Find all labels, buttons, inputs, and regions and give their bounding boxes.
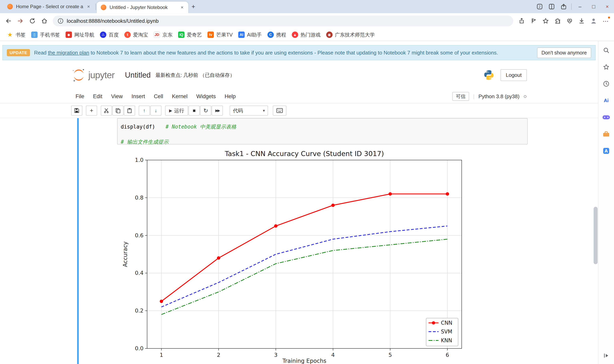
trusted-button[interactable]: 可信 (452, 92, 469, 101)
site-info-icon[interactable] (57, 18, 64, 24)
move-cell-down-button[interactable]: ↓ (150, 105, 162, 116)
code-cell-input[interactable]: display(df)# Notebook 中美观显示表格 # 输出文件生成提示… (117, 118, 528, 144)
profile-avatar[interactable] (588, 15, 600, 27)
tab-jupyter-notebook[interactable]: Untitled - Jupyter Notebook × (97, 2, 188, 13)
jupyter-logo-icon[interactable] (71, 67, 86, 83)
svg-text:1.0: 1.0 (135, 157, 143, 163)
menu-cell[interactable]: Cell (150, 91, 168, 102)
cut-cell-button[interactable] (101, 105, 112, 116)
menu-widgets[interactable]: Widgets (192, 91, 220, 102)
sidebar-translate-icon[interactable]: A (601, 146, 611, 156)
tab-close-icon[interactable]: × (180, 5, 184, 10)
sidebar-favorites-icon[interactable] (601, 62, 611, 72)
dont-show-anymore-button[interactable]: Don't show anymore (537, 48, 591, 58)
edge-sidebar: Ai A (598, 41, 614, 364)
bookmarks-bar: ★书签▯手机书签◆网址导航∴百度t爱淘宝JD京东iQ爱奇艺tv芒果TVAIAI助… (0, 29, 614, 41)
bookmark-item[interactable]: iQ爱奇艺 (175, 30, 205, 39)
split-window-icon[interactable] (546, 0, 558, 13)
bookmark-label: AI助手 (247, 32, 262, 38)
move-cell-up-button[interactable]: ↑ (139, 105, 150, 116)
update-badge: UPDATE (7, 49, 30, 56)
restart-kernel-button[interactable]: ↻ (200, 105, 211, 116)
jupyter-wordmark[interactable]: jupyter (88, 70, 114, 80)
logout-button[interactable]: Logout (501, 69, 527, 81)
bookmark-label: 广东技术师范大学 (335, 32, 375, 38)
back-icon[interactable] (2, 15, 14, 27)
taobao-favicon: t (124, 32, 131, 38)
share-icon[interactable] (516, 15, 528, 27)
sidebar-toolbox-icon[interactable] (601, 129, 611, 139)
command-palette-button[interactable] (273, 105, 286, 116)
svg-text:0.6: 0.6 (135, 232, 143, 238)
paste-cell-button[interactable] (124, 105, 135, 116)
bookmark-item[interactable]: ★书签 (4, 30, 28, 39)
share-window-icon[interactable] (558, 0, 570, 13)
banner-message: Read the migration plan to Notebook 7 to… (34, 50, 498, 56)
tab-strip: Home Page - Select or create a × Untitle… (0, 0, 614, 13)
window-minimize-button[interactable]: – (573, 0, 587, 13)
add-cell-button[interactable]: + (86, 105, 97, 116)
cell-output-accuracy-chart: 1234560.00.20.40.60.81.0Task1 - CNN Accu… (120, 148, 464, 364)
sidebar-games-icon[interactable] (601, 112, 611, 123)
run-icon: ▶ (169, 108, 172, 113)
bookmark-item[interactable]: ▲热门游戏 (289, 30, 323, 39)
settings-more-icon[interactable]: ⋯ (600, 15, 612, 27)
favorites-star-icon[interactable] (540, 15, 552, 27)
sidebar-expand-icon[interactable] (601, 351, 612, 361)
tab-home-page[interactable]: Home Page - Select or create a × (3, 0, 95, 13)
bookmark-item[interactable]: JD京东 (151, 30, 175, 39)
window-controls-divider (571, 3, 572, 10)
bookmark-item[interactable]: ◉广东技术师范大学 (323, 30, 378, 39)
autosave-status: （已自动保存） (200, 72, 235, 78)
bookmark-item[interactable]: AIAI助手 (236, 30, 265, 39)
home-icon[interactable] (38, 15, 50, 27)
page-scrollbar-thumb[interactable] (594, 207, 598, 264)
bookmark-item[interactable]: ∴百度 (97, 30, 122, 39)
notebook-title[interactable]: Untitled (125, 71, 151, 79)
selected-cell-indicator (77, 118, 79, 364)
window-close-button[interactable]: × (600, 0, 614, 13)
svg-text:0.0: 0.0 (135, 345, 143, 351)
copy-cell-button[interactable] (112, 105, 124, 116)
bookmark-item[interactable]: tv芒果TV (205, 30, 236, 39)
bookmark-item[interactable]: ▯手机书签 (28, 30, 63, 39)
menu-insert[interactable]: Insert (127, 91, 150, 102)
menu-view[interactable]: View (107, 91, 127, 102)
run-cell-button[interactable]: ▶运行 (165, 105, 188, 116)
bookmark-item[interactable]: ◆网址导航 (63, 30, 97, 39)
tab-close-icon[interactable]: × (86, 4, 91, 9)
sidebar-copilot-icon[interactable]: Ai (601, 95, 611, 106)
menu-file[interactable]: File (71, 91, 89, 102)
menu-edit[interactable]: Edit (89, 91, 107, 102)
bookmark-item[interactable]: C携程 (265, 30, 289, 39)
bookmark-item[interactable]: t爱淘宝 (122, 30, 151, 39)
kernel-idle-icon: ○ (523, 93, 527, 100)
cell-type-dropdown[interactable]: 代码 ▾ (230, 105, 268, 116)
interrupt-kernel-button[interactable]: ■ (188, 105, 200, 116)
bookmark-label: 爱淘宝 (133, 32, 148, 38)
mangotv-favicon: tv (208, 32, 214, 38)
downloads-icon[interactable] (576, 15, 588, 27)
refresh-icon[interactable] (26, 15, 38, 27)
svg-text:1: 1 (160, 352, 163, 358)
sidebar-search-icon[interactable] (601, 45, 611, 55)
migration-plan-link[interactable]: the migration plan (48, 50, 89, 56)
workspaces-icon[interactable] (528, 15, 540, 27)
jupyter-toolbar: + ↑ ↓ (0, 103, 598, 118)
new-tab-button[interactable]: + (192, 3, 195, 10)
menu-help[interactable]: Help (220, 91, 240, 102)
forward-icon[interactable] (14, 15, 26, 27)
restart-run-all-button[interactable]: ▶▶ (212, 105, 223, 116)
sidebar-history-icon[interactable] (601, 79, 611, 89)
extensions-puzzle-icon[interactable] (552, 15, 564, 27)
browser-toolbar: localhost:8888/notebooks/Untitled.ipynb … (0, 13, 614, 29)
save-button[interactable] (71, 105, 82, 116)
menu-kernel[interactable]: Kernel (167, 91, 192, 102)
browser-essentials-icon[interactable] (564, 15, 576, 27)
tab-counter-icon[interactable]: 2 (534, 0, 546, 13)
address-bar[interactable]: localhost:8888/notebooks/Untitled.ipynb (53, 15, 513, 26)
window-maximize-button[interactable]: □ (587, 0, 600, 13)
bookmark-label: 京东 (163, 32, 172, 38)
ctrip-favicon: C (267, 32, 274, 38)
checkpoint-status: 最新检查点: 几秒前 (155, 72, 198, 78)
